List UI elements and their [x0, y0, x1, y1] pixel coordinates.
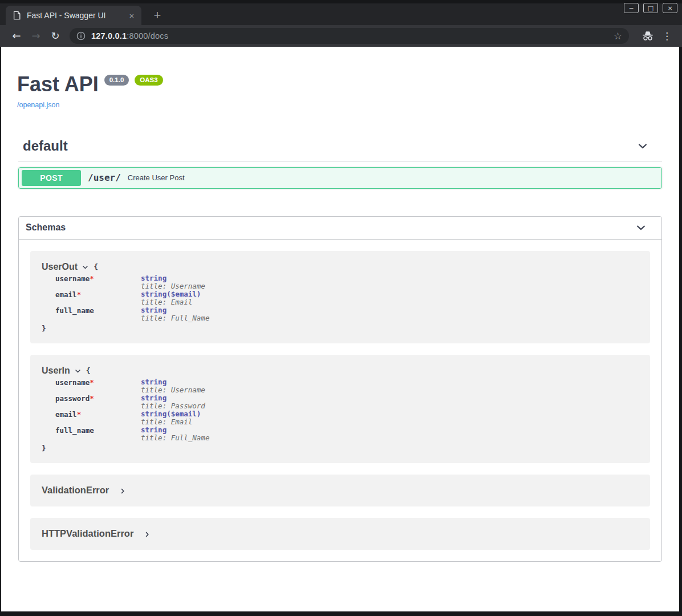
tag-title: default	[23, 138, 68, 154]
property-definition: string title: Full_Name	[141, 306, 209, 322]
schemas-header[interactable]: Schemas	[19, 217, 661, 240]
tag-section-default: default POST /user/ Create User Post	[18, 138, 662, 189]
browser-tab[interactable]: Fast API - Swagger UI ×	[6, 6, 141, 25]
property-name-text: full_name	[55, 306, 94, 315]
property-name: full_name	[55, 426, 141, 442]
property-name: username*	[55, 274, 141, 290]
property-definition: string title: Username	[141, 274, 205, 290]
opblock-post-user[interactable]: POST /user/ Create User Post	[18, 167, 662, 189]
required-star: *	[77, 290, 82, 299]
property-title: title: Email	[141, 418, 201, 426]
back-icon[interactable]: ←	[9, 29, 24, 43]
property-name-text: username	[55, 274, 90, 283]
property-type: string	[141, 394, 205, 402]
menu-dots-icon[interactable]: ⋮	[662, 30, 672, 42]
property-title: title: Username	[141, 282, 205, 290]
property-name-text: username	[55, 378, 90, 387]
required-star: *	[77, 410, 82, 419]
oas3-badge: OAS3	[135, 75, 163, 86]
chevron-down-icon[interactable]	[74, 367, 82, 375]
url-text: 127.0.0.1:8000/docs	[91, 31, 168, 40]
property-row: password* string title: Password	[55, 394, 639, 410]
openapi-spec-link[interactable]: /openapi.json	[17, 101, 59, 109]
property-definition: string title: Password	[141, 394, 205, 410]
close-brace: }	[42, 324, 639, 333]
property-name: email*	[55, 290, 141, 306]
incognito-icon	[642, 30, 654, 42]
required-star: *	[90, 394, 94, 403]
property-row: username* string title: Username	[55, 274, 639, 290]
property-name: username*	[55, 378, 141, 394]
tag-header-default[interactable]: default	[18, 138, 662, 161]
url-bar[interactable]: 127.0.0.1:8000/docs ☆	[70, 28, 629, 44]
property-definition: string title: Username	[141, 378, 205, 394]
model-validationerror: ValidationError	[30, 475, 650, 506]
property-type: string	[141, 378, 205, 386]
info-icon[interactable]	[76, 31, 86, 40]
property-title: title: Full_Name	[141, 434, 209, 442]
window-controls: ─ □ ×	[624, 3, 677, 13]
minimize-icon[interactable]: ─	[624, 3, 639, 13]
schemas-section: Schemas UserOut {	[18, 216, 662, 562]
property-type: string	[141, 426, 209, 434]
property-type: string	[141, 274, 205, 282]
new-tab-icon[interactable]: +	[151, 9, 164, 22]
model-properties: username* string title: Username email* …	[55, 274, 639, 322]
close-icon[interactable]: ×	[663, 3, 677, 13]
property-row: username* string title: Username	[55, 378, 639, 394]
model-properties: username* string title: Username passwor…	[55, 378, 639, 442]
models-list: UserOut { username* string title: Userna…	[19, 240, 661, 561]
property-row: full_name string title: Full_Name	[55, 426, 639, 442]
api-info: Fast API0.1.0OAS3 /openapi.json	[1, 47, 679, 110]
property-type: string	[141, 306, 209, 314]
property-title: title: Email	[141, 298, 201, 306]
property-name-text: full_name	[55, 426, 94, 435]
forward-icon[interactable]: →	[29, 29, 43, 43]
endpoint-path-link[interactable]: /user/	[88, 172, 121, 183]
model-head: UserIn {	[42, 366, 639, 376]
model-userin: UserIn { username* string title: Usernam…	[30, 355, 650, 463]
chevron-right-icon[interactable]	[144, 531, 151, 538]
open-brace: {	[86, 366, 91, 375]
chevron-down-icon[interactable]	[637, 140, 648, 152]
browser-toolbar: ← → ↻ 127.0.0.1:8000/docs ☆ ⋮	[0, 25, 682, 47]
model-title[interactable]: UserIn	[42, 366, 70, 376]
open-brace: {	[94, 262, 98, 271]
property-row: email* string($email) title: Email	[55, 290, 639, 306]
page-title: Fast API0.1.0OAS3	[17, 73, 679, 96]
model-head: UserOut {	[42, 262, 639, 272]
property-title: title: Full_Name	[141, 314, 209, 322]
close-brace: }	[42, 444, 639, 452]
tab-title: Fast API - Swagger UI	[27, 11, 127, 20]
tab-close-icon[interactable]: ×	[127, 10, 137, 21]
property-type: string($email)	[141, 410, 201, 418]
property-type: string($email)	[141, 290, 201, 298]
bookmark-star-icon[interactable]: ☆	[614, 30, 622, 42]
chevron-down-icon[interactable]	[82, 264, 89, 271]
url-host: 127.0.0.1	[91, 31, 127, 40]
model-title[interactable]: ValidationError	[42, 485, 109, 496]
chevron-down-icon[interactable]	[635, 222, 647, 233]
property-definition: string($email) title: Email	[141, 410, 201, 426]
property-name: email*	[55, 410, 141, 426]
chevron-right-icon[interactable]	[119, 488, 126, 495]
required-star: *	[90, 378, 94, 387]
model-httpvalidationerror: HTTPValidationError	[30, 518, 650, 550]
property-name-text: email	[55, 410, 77, 419]
document-icon	[13, 11, 21, 20]
property-name: password*	[55, 394, 141, 410]
url-path: :8000/docs	[127, 31, 168, 40]
property-name: full_name	[55, 306, 141, 322]
property-title: title: Password	[141, 402, 205, 410]
property-definition: string title: Full_Name	[141, 426, 209, 442]
schemas-title: Schemas	[26, 222, 66, 233]
model-title[interactable]: HTTPValidationError	[42, 528, 133, 539]
model-title[interactable]: UserOut	[42, 262, 78, 272]
maximize-icon[interactable]: □	[643, 3, 658, 13]
reload-icon[interactable]: ↻	[48, 29, 63, 43]
model-userout: UserOut { username* string title: Userna…	[30, 251, 650, 343]
property-name-text: password	[55, 394, 90, 403]
required-star: *	[90, 274, 94, 283]
property-title: title: Username	[141, 386, 205, 394]
version-badge: 0.1.0	[104, 75, 129, 86]
